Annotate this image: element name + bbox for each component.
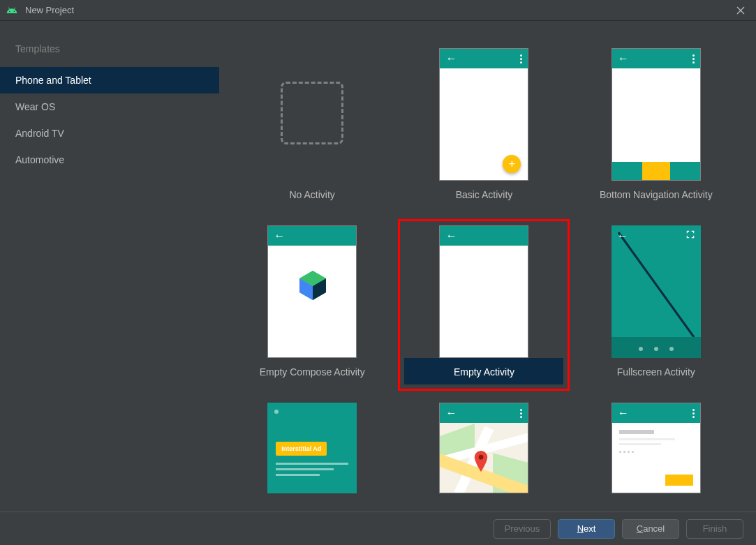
template-preview: ← bbox=[612, 403, 701, 493]
template-master-detail[interactable]: ← Master/Detail Flow bbox=[570, 396, 742, 500]
template-preview: ← bbox=[267, 225, 357, 358]
sidebar-item-android-tv[interactable]: Android TV bbox=[0, 120, 219, 147]
cancel-button[interactable]: Cancel bbox=[622, 519, 679, 539]
sidebar-item-automotive[interactable]: Automotive bbox=[0, 147, 219, 173]
more-icon bbox=[692, 409, 695, 418]
svg-line-4 bbox=[618, 232, 694, 337]
back-arrow-icon: ← bbox=[445, 52, 457, 65]
sidebar-item-label: Phone and Tablet bbox=[15, 75, 91, 86]
template-basic-activity[interactable]: ← + Basic Activity bbox=[398, 42, 570, 214]
titlebar: New Project bbox=[0, 0, 756, 21]
template-label: Empty Activity bbox=[454, 366, 514, 378]
template-gallery[interactable]: No Activity ← + Basic Activity ← bbox=[219, 21, 756, 512]
template-empty-compose-activity[interactable]: ← Empty Compose Activity bbox=[226, 219, 398, 391]
main-area: Templates Phone and Tablet Wear OS Andro… bbox=[0, 21, 756, 512]
back-arrow-icon: ← bbox=[274, 230, 285, 242]
back-arrow-icon: ← bbox=[618, 407, 629, 419]
sidebar-item-label: Android TV bbox=[15, 128, 64, 139]
finish-button: Finish bbox=[686, 519, 743, 539]
footer: Previous Next Cancel Finish bbox=[0, 512, 756, 545]
svg-point-5 bbox=[479, 455, 484, 460]
window-title: New Project bbox=[25, 5, 731, 15]
map-pin-icon bbox=[473, 451, 489, 472]
back-arrow-icon: ← bbox=[445, 230, 457, 242]
sidebar-item-phone-tablet[interactable]: Phone and Tablet bbox=[0, 67, 219, 94]
template-label: No Activity bbox=[289, 189, 334, 200]
sidebar-item-label: Automotive bbox=[15, 154, 64, 165]
next-button[interactable]: Next bbox=[558, 519, 615, 539]
template-preview: ← + bbox=[439, 48, 528, 181]
sidebar: Templates Phone and Tablet Wear OS Andro… bbox=[0, 21, 219, 512]
template-label: Empty Compose Activity bbox=[260, 366, 365, 378]
template-google-maps-activity[interactable]: ← Google Maps Ac bbox=[398, 396, 570, 500]
template-label: Fullscreen Activity bbox=[617, 366, 695, 378]
more-icon bbox=[520, 54, 522, 64]
android-studio-icon bbox=[6, 4, 18, 17]
sidebar-item-label: Wear OS bbox=[15, 101, 55, 112]
close-button[interactable] bbox=[731, 1, 750, 20]
template-preview: ← bbox=[439, 403, 528, 493]
pager-dots-icon bbox=[612, 347, 701, 351]
sidebar-item-wear-os[interactable]: Wear OS bbox=[0, 94, 219, 120]
template-preview: ← bbox=[612, 225, 701, 358]
template-preview bbox=[267, 48, 357, 181]
back-arrow-icon: ← bbox=[445, 407, 457, 419]
template-label: Bottom Navigation Activity bbox=[600, 189, 713, 200]
template-label: Basic Activity bbox=[456, 189, 513, 200]
ad-button-label: Interstitial Ad bbox=[276, 442, 327, 456]
template-interstitial-ad[interactable]: Interstitial Ad Interstitial Ad bbox=[226, 396, 398, 500]
more-icon bbox=[692, 54, 695, 64]
template-empty-activity[interactable]: ← Empty Activity bbox=[398, 219, 570, 391]
more-icon bbox=[520, 409, 522, 418]
template-preview: ← bbox=[612, 48, 701, 181]
template-bottom-nav-activity[interactable]: ← Bottom Navigation Activity bbox=[570, 42, 742, 214]
template-preview: ← bbox=[439, 225, 528, 358]
template-preview: Interstitial Ad bbox=[267, 403, 357, 493]
template-no-activity[interactable]: No Activity bbox=[226, 42, 398, 214]
previous-button: Previous bbox=[494, 519, 551, 539]
back-arrow-icon: ← bbox=[617, 230, 628, 242]
template-fullscreen-activity[interactable]: ← Fullscreen Activity bbox=[570, 219, 742, 391]
fullscreen-icon bbox=[685, 230, 695, 241]
back-arrow-icon: ← bbox=[618, 52, 629, 65]
jetpack-compose-icon bbox=[295, 268, 330, 303]
fab-icon: + bbox=[503, 155, 521, 173]
sidebar-header: Templates bbox=[0, 35, 219, 67]
